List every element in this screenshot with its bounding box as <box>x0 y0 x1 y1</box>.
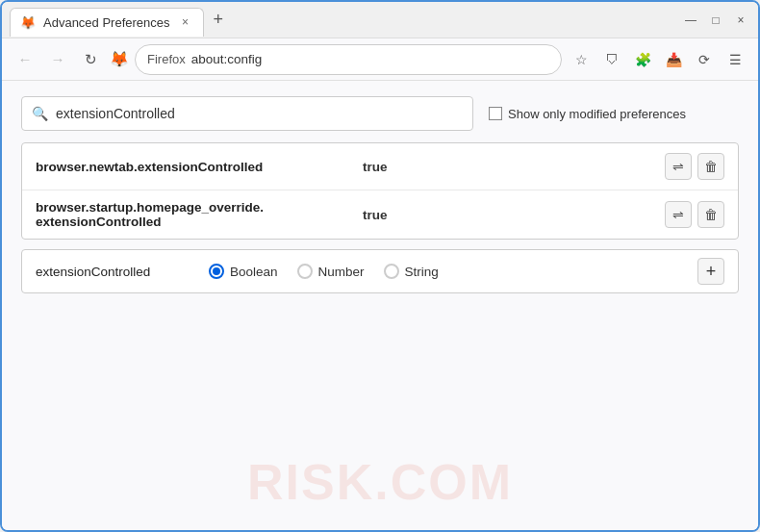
show-modified-label: Show only modified preferences <box>508 107 686 121</box>
shield-button[interactable]: ⛉ <box>598 46 625 73</box>
delete-button-2[interactable]: 🗑 <box>697 201 724 228</box>
string-radio-circle <box>384 264 399 279</box>
firefox-logo-icon: 🦊 <box>110 50 129 69</box>
results-table: browser.newtab.extensionControlled true … <box>21 142 739 240</box>
content-area: RISK.COM 🔍 Show only modified preference… <box>2 81 758 530</box>
search-input[interactable] <box>56 106 463 121</box>
show-modified-option[interactable]: Show only modified preferences <box>489 107 686 121</box>
table-row: browser.startup.homepage_override. exten… <box>22 190 738 239</box>
sync-button[interactable]: ⟳ <box>691 46 718 73</box>
close-button[interactable]: × <box>731 11 750 30</box>
new-pref-name: extensionControlled <box>36 265 190 279</box>
window-controls: — □ × <box>681 11 750 30</box>
row-actions-2: ⇌ 🗑 <box>665 201 724 228</box>
number-radio[interactable]: Number <box>297 264 365 279</box>
address-bar[interactable]: Firefox about:config <box>135 44 562 75</box>
add-pref-button[interactable]: + <box>697 258 724 285</box>
delete-button-1[interactable]: 🗑 <box>697 153 724 180</box>
tab-close-button[interactable]: × <box>178 14 193 30</box>
boolean-label: Boolean <box>230 265 278 279</box>
title-bar: 🦊 Advanced Preferences × + — □ × <box>2 2 758 38</box>
show-modified-checkbox[interactable] <box>489 107 502 120</box>
watermark: RISK.COM <box>247 453 513 511</box>
number-radio-circle <box>297 264 313 279</box>
address-text: about:config <box>191 52 263 66</box>
nav-icons-right: ☆ ⛉ 🧩 📥 ⟳ ☰ <box>568 46 748 73</box>
pref-name-1: browser.newtab.extensionControlled <box>36 160 363 174</box>
reload-button[interactable]: ↻ <box>77 46 104 73</box>
search-row: 🔍 Show only modified preferences <box>21 96 739 131</box>
add-preference-row: extensionControlled Boolean Number Strin… <box>21 249 739 293</box>
number-label: Number <box>318 265 365 279</box>
new-tab-button[interactable]: + <box>208 8 230 32</box>
bookmark-button[interactable]: ☆ <box>568 46 595 73</box>
table-row: browser.newtab.extensionControlled true … <box>22 143 738 190</box>
firefox-tab-icon: 🦊 <box>20 15 36 30</box>
boolean-radio[interactable]: Boolean <box>209 264 278 279</box>
pref-name-2-line2: extensionControlled <box>36 215 162 229</box>
swap-button-2[interactable]: ⇌ <box>665 201 692 228</box>
browser-window: 🦊 Advanced Preferences × + — □ × ← → ↻ 🦊… <box>0 0 760 532</box>
download-button[interactable]: 📥 <box>660 46 687 73</box>
row-actions-1: ⇌ 🗑 <box>665 153 724 180</box>
pref-value-2: true <box>363 208 665 222</box>
search-icon: 🔍 <box>32 106 48 121</box>
back-button[interactable]: ← <box>12 46 38 73</box>
maximize-button[interactable]: □ <box>706 11 725 30</box>
string-label: String <box>405 265 439 279</box>
menu-button[interactable]: ☰ <box>722 46 748 73</box>
tab-title: Advanced Preferences <box>43 15 170 30</box>
boolean-radio-circle <box>209 264 224 279</box>
forward-button[interactable]: → <box>44 46 71 73</box>
pref-value-1: true <box>363 160 665 174</box>
site-name-label: Firefox <box>147 52 186 66</box>
browser-tab[interactable]: 🦊 Advanced Preferences × <box>10 8 204 37</box>
navigation-bar: ← → ↻ 🦊 Firefox about:config ☆ ⛉ 🧩 📥 ⟳ ☰ <box>2 38 758 81</box>
swap-button-1[interactable]: ⇌ <box>665 153 692 180</box>
minimize-button[interactable]: — <box>681 11 700 30</box>
search-box[interactable]: 🔍 <box>21 96 473 131</box>
pref-name-2-line1: browser.startup.homepage_override. <box>36 200 264 215</box>
string-radio[interactable]: String <box>384 264 439 279</box>
type-radio-group: Boolean Number String <box>209 264 439 279</box>
extension-button[interactable]: 🧩 <box>629 46 656 73</box>
pref-name-2: browser.startup.homepage_override. exten… <box>36 200 363 229</box>
